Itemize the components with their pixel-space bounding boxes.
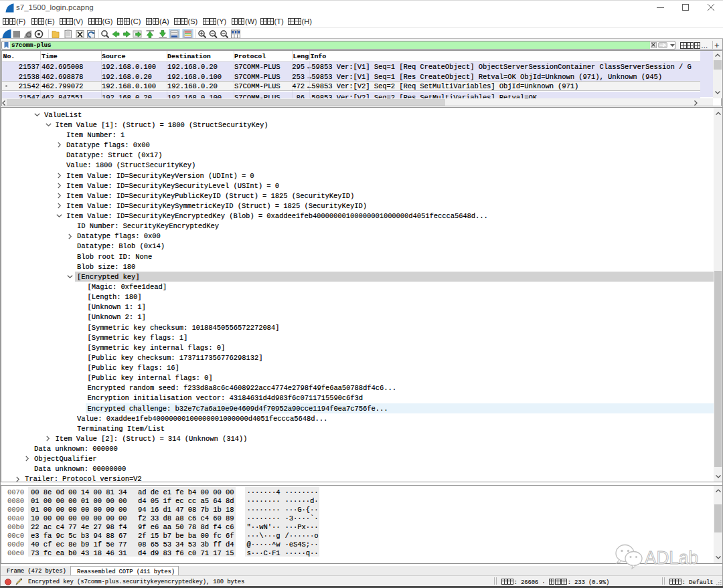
svg-text:ADLab: ADLab [645, 547, 698, 568]
